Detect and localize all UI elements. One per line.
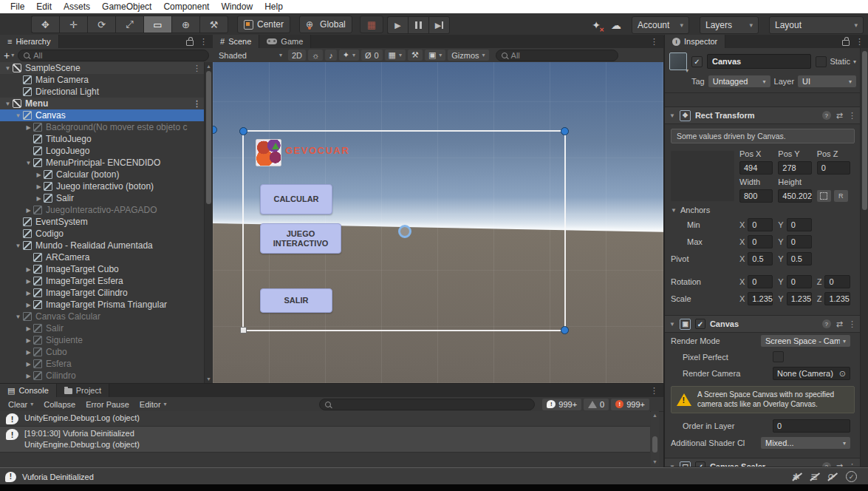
help-icon[interactable]: ? (822, 462, 831, 467)
pixel-perfect-checkbox[interactable]: ✓ (773, 351, 784, 362)
tab-scene[interactable]: # Scene (213, 35, 259, 48)
hierarchy-item[interactable]: ▼Mundo - Realidad Aumentada (0, 240, 205, 251)
console-scrollbar[interactable]: ▲ ▼ (651, 411, 659, 466)
effects-dropdown[interactable]: ✦ ▾ (339, 50, 359, 61)
hierarchy-item[interactable]: Main Camera (0, 74, 205, 86)
menu-window[interactable]: Window (215, 1, 259, 12)
presets-icon[interactable]: ⇄ (836, 111, 843, 121)
hierarchy-search-input[interactable]: All (18, 50, 209, 61)
static-group[interactable]: ✓ Static ▾ (816, 56, 856, 67)
expand-arrow[interactable]: ▼ (24, 160, 33, 166)
hierarchy-item[interactable]: ▼SampleScene⋮ (0, 62, 205, 74)
error-pause-button[interactable]: Error Pause (81, 399, 134, 410)
collab-icon[interactable]: ✦ (592, 19, 601, 31)
hierarchy-item[interactable]: ▶Cubo (0, 346, 205, 358)
pos-y-field[interactable]: 278 (778, 161, 811, 175)
expand-arrow[interactable]: ▼ (3, 101, 13, 107)
menu-component[interactable]: Component (157, 1, 215, 12)
raw-edit-button[interactable]: R (834, 190, 848, 202)
console-log-entry[interactable]: ![19:01:30] Vuforia DeinitializedUnityEn… (0, 427, 650, 453)
hierarchy-item[interactable]: ▶Juego interactivo (boton) (0, 180, 205, 192)
orientation-mode-button[interactable]: ⊕ Global (299, 16, 352, 33)
render-camera-field[interactable]: None (Camera) ⊙ (773, 367, 850, 380)
tab-hierarchy[interactable]: ≡ Hierarchy (0, 35, 59, 48)
layout-dropdown[interactable]: Layout ▾ (769, 16, 864, 34)
gameobject-name-field[interactable]: Canvas (707, 54, 811, 69)
hierarchy-item[interactable]: ARCamera (0, 251, 205, 263)
menu-assets[interactable]: Assets (58, 1, 96, 12)
active-checkbox[interactable]: ✓ (691, 56, 703, 67)
warning-count-badge[interactable]: 0 (584, 399, 609, 410)
expand-arrow[interactable]: ▶ (24, 337, 33, 344)
scale-x-field[interactable]: 1.235 (748, 292, 773, 305)
width-field[interactable]: 800 (739, 189, 773, 203)
expand-arrow[interactable]: ▼ (3, 65, 13, 72)
menu-edit[interactable]: Edit (30, 1, 58, 12)
canvas-scaler-enabled-checkbox[interactable]: ✓ (695, 461, 705, 467)
canvas-scaler-header[interactable]: ▼ ◱ ✓ Canvas Scaler ? ⇄ ⋮ (665, 458, 861, 467)
rect-transform-header[interactable]: ▼ ✥ Rect Transform ? ⇄ ⋮ (665, 106, 861, 124)
hierarchy-item[interactable]: Directional Light (0, 86, 205, 98)
expand-arrow[interactable]: ▼ (13, 112, 23, 119)
hierarchy-item[interactable]: ▶JuegoInteractivo-APAGADO (0, 204, 205, 216)
canvas-enabled-checkbox[interactable]: ✓ (695, 319, 705, 329)
hierarchy-item[interactable]: ▶Cilindro (0, 370, 205, 382)
presets-icon[interactable]: ⇄ (836, 462, 843, 467)
kebab-menu-icon[interactable]: ⋮ (650, 386, 658, 396)
ui-button-salir[interactable]: SALIR (260, 288, 332, 313)
expand-arrow[interactable]: ▶ (34, 195, 44, 202)
audio-toggle-button[interactable]: ♪ (325, 50, 337, 61)
pos-z-field[interactable]: 0 (817, 161, 850, 175)
gizmos-dropdown[interactable]: Gizmos ▾ (448, 50, 488, 61)
ui-button-juego-interactivo[interactable]: JUEGO INTERACTIVO (260, 223, 341, 254)
expand-arrow[interactable]: ▶ (24, 325, 33, 332)
rotation-x-field[interactable]: 0 (748, 275, 773, 288)
hierarchy-item[interactable]: ▼MenuPrincipal- ENCENDIDO (0, 157, 205, 169)
game-logo-image[interactable] (256, 139, 281, 166)
camera-settings-dropdown[interactable]: ▣ ▾ (425, 50, 445, 61)
play-button[interactable]: ▶ (387, 16, 408, 34)
anchor-min-y-field[interactable]: 0 (787, 218, 812, 231)
tab-game[interactable]: Game (259, 35, 311, 48)
hierarchy-item[interactable]: ▶ImageTarget Cilindro (0, 287, 205, 299)
lock-icon[interactable] (186, 40, 194, 46)
kebab-menu-icon[interactable]: ⋮ (650, 37, 658, 47)
chevron-down-icon[interactable]: ▾ (853, 58, 856, 65)
hierarchy-item[interactable]: ▼Canvas Calcular (0, 311, 205, 322)
grid-visibility-dropdown[interactable]: ▦ ▾ (385, 50, 406, 61)
blueprint-mode-button[interactable] (817, 190, 831, 202)
account-dropdown[interactable]: Account ▾ (632, 16, 689, 34)
console-search-input[interactable] (319, 399, 535, 410)
hierarchy-item[interactable]: ▶Background(No mover este objeto c (0, 121, 205, 133)
inspector-scrollbar[interactable] (860, 48, 868, 467)
hierarchy-item[interactable]: Codigo (0, 228, 205, 240)
kebab-menu-icon[interactable]: ⋮ (855, 37, 864, 47)
custom-tool[interactable]: ⚒ (199, 16, 228, 33)
lock-icon[interactable] (842, 40, 850, 46)
additional-shader-dropdown[interactable]: Mixed... ▾ (761, 437, 850, 449)
anchors-foldout[interactable]: ▼ Anchors (671, 206, 734, 214)
tab-console[interactable]: ▤ Console (0, 384, 57, 397)
layer-dropdown[interactable]: UI ▾ (798, 75, 856, 87)
expand-arrow[interactable]: ▶ (24, 302, 33, 308)
hierarchy-item[interactable]: ▼Canvas (0, 109, 205, 121)
menu-file[interactable]: File (4, 1, 30, 12)
anchor-max-x-field[interactable]: 0 (748, 235, 773, 248)
hierarchy-item[interactable]: ▶ImageTarget Prisma Triangular (0, 299, 205, 311)
hierarchy-item[interactable]: EventSystem (0, 216, 205, 228)
move-tool[interactable]: ✛ (59, 16, 87, 33)
height-field[interactable]: 450.202 (778, 189, 811, 203)
hierarchy-item[interactable]: ▶Calcular (boton) (0, 169, 205, 180)
pivot-handle[interactable] (398, 225, 411, 238)
help-icon[interactable]: ? (822, 319, 831, 328)
tab-project[interactable]: Project (57, 384, 109, 397)
foldout-icon[interactable]: ▼ (669, 112, 675, 119)
layers-dropdown[interactable]: Layers ▾ (700, 16, 759, 34)
help-icon[interactable]: ? (822, 111, 831, 120)
kebab-menu-icon[interactable]: ⋮ (848, 462, 856, 467)
progress-icon[interactable]: ✓ (846, 471, 857, 482)
pos-x-field[interactable]: 494 (739, 161, 773, 175)
hidden-objects-button[interactable]: Ø 0 (361, 50, 383, 61)
expand-arrow[interactable]: ▶ (24, 266, 33, 273)
rect-handle-bottom-left[interactable] (240, 327, 247, 333)
